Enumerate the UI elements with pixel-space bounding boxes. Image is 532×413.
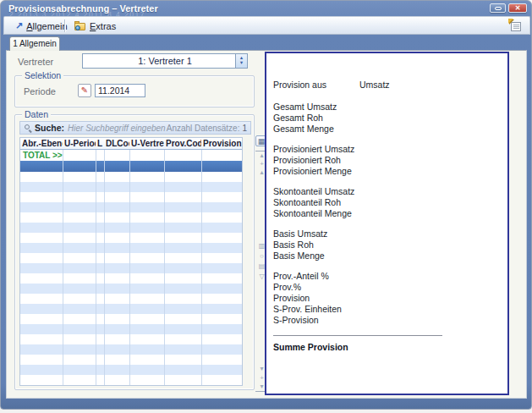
report-label-skontoanteil-umsatz: Skontoanteil Umsatz	[273, 186, 501, 197]
record-count-value: 1	[242, 124, 247, 133]
provision-aus-row: Provision aus Umsatz	[273, 80, 501, 91]
grid-row[interactable]	[20, 365, 242, 375]
close-button[interactable]: ✕	[508, 3, 527, 13]
restore-button[interactable]	[490, 3, 506, 13]
report-label-provisioniert-roh: Provisioniert Roh	[273, 155, 501, 166]
column-header-provision-[interactable]: Provision €	[201, 138, 242, 149]
report-label-prov-anteil-: Prov.-Anteil %	[273, 271, 501, 282]
print-button[interactable]	[507, 19, 524, 34]
grid-row[interactable]	[20, 273, 242, 284]
report-label-basis-umsatz: Basis Umsatz	[273, 229, 501, 240]
grid-row[interactable]	[20, 344, 242, 355]
column-header-u-periode[interactable]: U-Periode	[63, 138, 96, 149]
search-label: Suche:	[35, 123, 64, 133]
pencil-icon: ✎	[81, 85, 88, 95]
report-label-gesamt-roh: Gesamt Roh	[273, 113, 501, 124]
grid-line	[104, 150, 105, 385]
grid-row[interactable]	[20, 294, 242, 304]
search-bar[interactable]: Suche: Anzahl Datensätze: 1	[19, 121, 251, 135]
tab-allgemein[interactable]: 1 Allgemein	[9, 36, 60, 51]
grid-row[interactable]	[20, 355, 242, 365]
grid-row[interactable]	[20, 212, 242, 223]
title-bar[interactable]: Provisionsabrechnung – Vertreter 2 2013 …	[1, 1, 531, 16]
report-label-provisioniert-menge: Provisioniert Menge	[273, 166, 501, 177]
grid-line	[201, 150, 202, 385]
grid-selected-row[interactable]	[20, 161, 242, 172]
report-groups: Gesamt UmsatzGesamt RohGesamt MengeProvi…	[273, 102, 501, 326]
grid-header[interactable]: Abr.-EbeneU-PeriodeLDLCodeU-VertreterPro…	[20, 138, 242, 150]
report-panel: Provision aus Umsatz Gesamt UmsatzGesamt…	[265, 52, 509, 395]
spinner-icon[interactable]: ▲▼	[235, 54, 247, 68]
app-window: Provisionsabrechnung – Vertreter 2 2013 …	[0, 0, 532, 410]
provision-aus-value: Umsatz	[359, 80, 390, 91]
grid-total-row[interactable]: TOTAL >>	[20, 150, 242, 161]
toolbar-extras-label: Extras	[90, 21, 116, 31]
grid-row[interactable]	[20, 334, 242, 344]
toolbar-item-allgemein[interactable]: ↗ Allgemein	[11, 19, 72, 33]
column-header-dlcode[interactable]: DLCode	[104, 138, 129, 149]
report-section: Prov.-Anteil %Prov.%ProvisionS-Prov. Ein…	[273, 271, 501, 326]
grid-line	[164, 150, 165, 385]
toolbar-separator	[64, 19, 65, 32]
grid-row[interactable]	[20, 233, 242, 243]
report-label-provision: Provision	[273, 293, 501, 304]
desktop: Provisionsabrechnung – Vertreter 2 2013 …	[0, 0, 532, 413]
selektion-title: Selektion	[22, 70, 63, 80]
periode-picker-button[interactable]: ✎	[78, 84, 91, 97]
report-label-gesamt-menge: Gesamt Menge	[273, 124, 501, 135]
column-header-u-vertreter[interactable]: U-Vertreter	[129, 138, 164, 149]
folder-icon	[74, 21, 86, 30]
data-grid[interactable]: Abr.-EbeneU-PeriodeLDLCodeU-VertreterPro…	[19, 137, 243, 386]
arrow-northeast-icon: ↗	[15, 21, 23, 30]
vertreter-value: 1: Vertreter 1	[138, 56, 192, 66]
grid-line	[129, 150, 130, 385]
report-section: Basis UmsatzBasis RohBasis Menge	[273, 229, 501, 262]
grid-line	[96, 150, 96, 385]
report-section: Gesamt UmsatzGesamt RohGesamt Menge	[273, 102, 501, 135]
report-label-s-prov-einheiten: S-Prov. Einheiten	[273, 304, 501, 315]
toolbar: ↗ Allgemein Extras	[3, 16, 530, 35]
daten-groupbox: Daten Suche: Anzahl Datensätze: 1 Abr.-E…	[14, 114, 255, 390]
toolbar-item-extras[interactable]: Extras	[70, 19, 120, 33]
report-label-basis-menge: Basis Menge	[273, 251, 501, 262]
provision-aus-label: Provision aus	[273, 80, 326, 90]
grid-row[interactable]	[20, 182, 242, 192]
record-count-label: Anzahl Datensätze:	[167, 124, 240, 133]
report-label-prov-: Prov.%	[273, 282, 501, 293]
report-label-skontoanteil-menge: Skontoanteil Menge	[273, 208, 501, 219]
grid-row[interactable]	[20, 253, 242, 263]
column-header-abr-ebene[interactable]: Abr.-Ebene	[20, 138, 63, 149]
grid-row[interactable]	[20, 223, 242, 233]
grid-row[interactable]	[20, 192, 242, 202]
summary-divider	[273, 335, 442, 336]
report-section: Skontoanteil UmsatzSkontoanteil RohSkont…	[273, 186, 501, 219]
search-icon	[25, 124, 31, 131]
grid-row[interactable]	[20, 304, 242, 314]
restore-icon	[495, 7, 502, 10]
grid-row[interactable]	[20, 172, 242, 182]
vertreter-label: Vertreter	[18, 57, 53, 67]
grid-row[interactable]	[20, 314, 242, 324]
periode-label: Periode	[24, 86, 56, 96]
print-arrow-icon	[508, 19, 513, 24]
selektion-groupbox: Selektion Periode ✎	[14, 75, 255, 107]
search-input[interactable]	[68, 124, 167, 133]
report-label-provisioniert-umsatz: Provisioniert Umsatz	[273, 144, 501, 155]
vertreter-combobox[interactable]: 1: Vertreter 1 ▲▼	[82, 53, 248, 69]
column-header-l[interactable]: L	[96, 138, 104, 149]
grid-row[interactable]	[20, 202, 242, 212]
daten-title: Daten	[22, 109, 51, 119]
report-label-basis-roh: Basis Roh	[273, 240, 501, 251]
periode-input[interactable]	[95, 84, 145, 97]
report-section: Provisioniert UmsatzProvisioniert RohPro…	[273, 144, 501, 177]
grid-row[interactable]	[20, 375, 242, 385]
report-label-skontoanteil-roh: Skontoanteil Roh	[273, 197, 501, 208]
grid-row[interactable]	[20, 263, 242, 273]
toolbar-allgemein-label: Allgemein	[26, 21, 67, 31]
grid-body[interactable]	[20, 172, 242, 385]
column-header-prov-code[interactable]: Prov.Code	[164, 138, 201, 149]
grid-line	[63, 150, 63, 385]
grid-row[interactable]	[20, 243, 242, 253]
grid-row[interactable]	[20, 284, 242, 294]
grid-row[interactable]	[20, 324, 242, 334]
